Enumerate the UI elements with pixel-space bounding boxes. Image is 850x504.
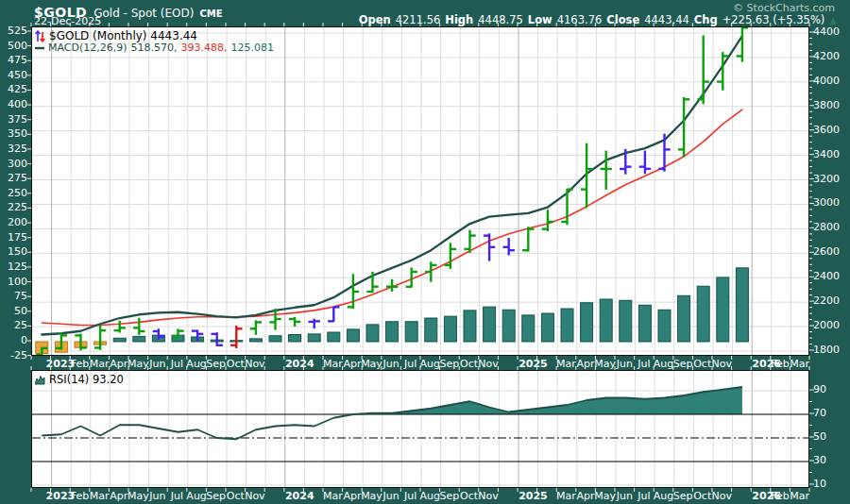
month-label: Apr	[343, 490, 361, 502]
low-value: 4163.76	[557, 13, 603, 26]
macd-axis-label: 50	[1, 306, 27, 317]
price-axis-label: 2600	[813, 246, 840, 258]
price-axis-label: 4000	[813, 76, 840, 87]
macd-hist-value: 125.081	[231, 42, 275, 54]
month-label: Mar	[90, 358, 110, 370]
macd-legend: MACD(12,26,9) 518.570, 393.488, 125.081	[35, 42, 274, 54]
month-label: Jun	[617, 358, 633, 370]
stockcharts-chart: $GOLDGold - Spot (EOD)CME 22-Dec-2025 © …	[0, 0, 850, 504]
price-axis-label: 2800	[813, 222, 840, 233]
rsi-canvas	[32, 371, 808, 487]
month-label: Jun	[617, 490, 633, 502]
month-label: Oct	[693, 358, 711, 370]
month-label: May	[594, 490, 616, 502]
rsi-axis-label: 10	[813, 479, 826, 490]
rsi-axis-label: 30	[813, 455, 826, 466]
month-label: Jul	[404, 490, 416, 502]
month-label: Jul	[404, 358, 416, 370]
month-label: Apr	[110, 358, 128, 370]
price-axis-label: 3400	[813, 149, 840, 160]
macd-axis-label: 425	[1, 84, 27, 95]
macd-axis-label: 75	[1, 291, 27, 302]
month-label: Nov	[245, 358, 264, 370]
macd-axis-label: 350	[1, 128, 27, 140]
month-label: Feb	[771, 358, 789, 370]
month-label: Jul	[171, 358, 183, 370]
close-value: 4443.44	[644, 13, 689, 26]
year-label: 2025	[518, 490, 548, 502]
month-label: Jul	[638, 358, 650, 370]
month-label: Aug	[654, 490, 673, 502]
month-label: May	[128, 358, 149, 370]
up-triangle-icon: ▲	[829, 15, 837, 25]
price-axis-label: 4200	[813, 51, 840, 62]
price-legend: $GOLD (Monthly) 4443.44	[35, 29, 197, 42]
month-label: Sep	[440, 358, 460, 370]
price-axis-label: 2000	[813, 320, 840, 331]
price-axis-label: 2400	[813, 271, 840, 282]
month-label: May	[361, 358, 382, 370]
close-label: Close	[606, 13, 639, 26]
macd-legend-label: MACD(12,26,9)	[48, 42, 128, 54]
macd-axis-label: 100	[1, 277, 27, 288]
macd-axis-label: 500	[1, 41, 27, 52]
chg-label: Chg	[694, 13, 718, 26]
price-axis-label: 3000	[813, 197, 840, 209]
month-label: Oct	[460, 490, 478, 502]
month-label: May	[594, 358, 616, 370]
line-icon	[35, 46, 44, 50]
month-label: Nov	[478, 490, 498, 502]
month-label: Aug	[420, 490, 440, 502]
macd-axis-label: 450	[1, 70, 27, 81]
month-label: Sep	[673, 490, 693, 502]
month-label: Nov	[478, 358, 498, 370]
month-label: Aug	[420, 358, 440, 370]
month-label: Jul	[638, 490, 650, 502]
month-label: Sep	[673, 358, 693, 370]
macd-axis-label: -25	[1, 350, 27, 361]
macd-axis-label: 200	[1, 217, 27, 228]
month-label: May	[361, 490, 382, 502]
month-label: Mar	[790, 358, 809, 370]
rsi-plot[interactable]	[31, 370, 809, 488]
high-value: 4448.75	[478, 13, 523, 26]
month-label: Nov	[712, 358, 732, 370]
chg-value: +225.63 (+5.35%)	[722, 13, 825, 26]
main-chart-canvas	[32, 27, 808, 355]
main-chart-plot[interactable]	[31, 26, 809, 356]
month-label: Mar	[323, 490, 343, 502]
month-label: Oct	[227, 490, 245, 502]
month-label: Sep	[206, 490, 226, 502]
month-label: Mar	[323, 358, 343, 370]
month-label: Mar	[556, 490, 576, 502]
price-axis-label: 1800	[813, 344, 840, 356]
year-label: 2024	[285, 358, 314, 370]
macd-axis-label: 125	[1, 261, 27, 273]
macd-axis-label: 325	[1, 143, 27, 155]
month-label: May	[128, 490, 149, 502]
rsi-legend: RSI(14) 93.20	[35, 373, 124, 386]
macd-signal-value: 393.488,	[181, 42, 228, 54]
month-label: Jul	[171, 490, 183, 502]
macd-axis-label: 0	[1, 335, 27, 346]
candles-icon	[35, 30, 45, 42]
macd-axis-label: 375	[1, 114, 27, 126]
rsi-legend-text: RSI(14) 93.20	[49, 373, 124, 386]
price-axis-label: 3200	[813, 174, 840, 185]
month-label: Feb	[771, 490, 789, 502]
year-label: 2025	[518, 358, 548, 370]
macd-axis-label: 525	[1, 25, 27, 37]
open-label: Open	[359, 13, 391, 26]
macd-axis-label: 250	[1, 188, 27, 199]
month-label: Apr	[577, 490, 595, 502]
month-label: Apr	[110, 490, 128, 502]
exchange-label: CME	[199, 8, 222, 19]
macd-axis-label: 300	[1, 159, 27, 170]
macd-axis-label: 475	[1, 55, 27, 66]
macd-axis-label: 175	[1, 232, 27, 244]
area-chart-icon	[35, 375, 45, 385]
month-label: Jun	[383, 490, 400, 502]
month-label: Feb	[71, 490, 89, 502]
month-label: Nov	[712, 490, 732, 502]
price-axis-label: 4400	[813, 26, 840, 38]
